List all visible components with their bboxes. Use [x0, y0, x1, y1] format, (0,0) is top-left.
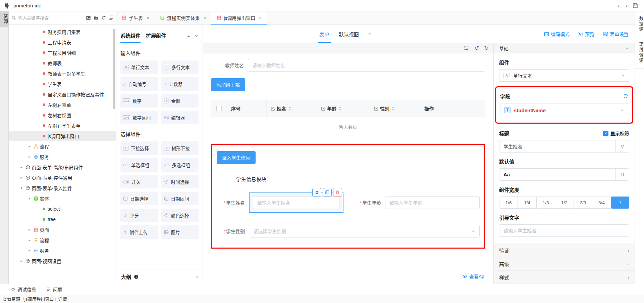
- tree-item[interactable]: ▸流程: [9, 235, 116, 245]
- caret-closed-icon[interactable]: ▸: [19, 176, 24, 179]
- field-select[interactable]: T studentName: [500, 103, 628, 117]
- component-select[interactable]: A 单行文本: [499, 69, 629, 82]
- enroll-student-button[interactable]: 录入学生信息: [217, 151, 256, 164]
- palette-item-数字区间[interactable]: 1~3数字区间: [120, 111, 158, 124]
- width-option-2/3[interactable]: 2/3: [574, 197, 592, 208]
- caret-open-icon[interactable]: ▾: [19, 186, 24, 190]
- teacher-name-input[interactable]: 请输入教师姓名: [248, 59, 485, 72]
- footer-item-问题[interactable]: 问题: [46, 286, 62, 293]
- palette-item-单行文本[interactable]: A单行文本: [120, 60, 158, 74]
- search-input[interactable]: [18, 15, 84, 20]
- palette-item-多行文本[interactable]: A多行文本: [161, 60, 199, 74]
- sort-carets-icon[interactable]: [288, 106, 291, 111]
- tree-item[interactable]: ▸服务: [9, 245, 116, 256]
- palette-item-日期选择[interactable]: 日期选择: [120, 192, 158, 205]
- view-tab-表单[interactable]: 表单: [319, 25, 329, 43]
- palette-item-数字[interactable]: 123数字: [120, 94, 158, 107]
- caret-closed-icon[interactable]: ▸: [19, 165, 24, 169]
- student-age-input[interactable]: 请输入学生年龄: [385, 196, 480, 209]
- caret-closed-icon[interactable]: ▸: [27, 155, 32, 159]
- view-api-link[interactable]: 查看Api: [211, 268, 485, 284]
- close-icon[interactable]: ×: [259, 15, 262, 20]
- tree-item[interactable]: ▸页面-视图设置: [9, 256, 116, 266]
- width-option-1[interactable]: 1: [611, 197, 629, 208]
- chevron-down-icon[interactable]: [195, 34, 199, 38]
- tree-item[interactable]: 自定义窗口操作按钮及事件: [9, 89, 116, 99]
- tree-item[interactable]: ▸页面-表单-高级/布局组件: [9, 162, 116, 172]
- palette-item-计数器[interactable]: ±计数器: [161, 77, 199, 91]
- table-column-性别[interactable]: 性别: [370, 100, 420, 117]
- action-编码模式[interactable]: 编码模式: [544, 31, 570, 37]
- tree-item[interactable]: ▾实体: [9, 193, 116, 204]
- tree-item[interactable]: tree: [9, 214, 116, 224]
- tree-item[interactable]: ▸服务: [9, 152, 116, 162]
- outline-bar[interactable]: 大纲 ›: [116, 269, 203, 284]
- refresh-icon[interactable]: [101, 15, 106, 20]
- action-预览[interactable]: 预览: [578, 31, 594, 37]
- file-tab-js调用弹出窗口[interactable]: js调用弹出窗口×: [211, 11, 267, 24]
- width-option-1/2[interactable]: 1/2: [555, 197, 574, 208]
- file-tab-流程实例实体集[interactable]: 流程实例实体集×: [155, 11, 212, 24]
- selected-field-wrapper[interactable]: 请输入学生姓名: [249, 192, 343, 213]
- tree-item[interactable]: 教师表: [9, 58, 116, 68]
- default-value-button[interactable]: D: [615, 169, 629, 180]
- hamburger-icon[interactable]: ≡: [187, 33, 190, 38]
- default-value-input[interactable]: Aa: [499, 169, 615, 180]
- tree-item[interactable]: 教师表一对多学生: [9, 68, 116, 79]
- settings-icon[interactable]: [312, 188, 321, 197]
- caret-closed-icon[interactable]: ▸: [27, 249, 32, 252]
- refresh-field-icon[interactable]: [623, 94, 628, 99]
- delete-icon[interactable]: [333, 188, 342, 197]
- footer-item-调试信息[interactable]: 调试信息: [11, 286, 36, 293]
- student-name-input[interactable]: 请输入学生姓名: [253, 196, 339, 209]
- caret-closed-icon[interactable]: ▸: [27, 144, 32, 148]
- table-column-年龄[interactable]: 年龄: [317, 100, 370, 117]
- width-option-1/3[interactable]: 1/3: [537, 197, 555, 208]
- palette-item-树形下拉[interactable]: ≡树形下拉: [161, 141, 199, 155]
- inspector-section-样式[interactable]: 样式›: [494, 270, 635, 284]
- right-rail-tab-离线资源[interactable]: 离线资源: [635, 37, 644, 69]
- palette-tab-扩展组件[interactable]: 扩展组件: [146, 32, 166, 43]
- tree-item[interactable]: 财务费用归集表: [9, 27, 116, 37]
- tree-item[interactable]: 工程申请表: [9, 37, 116, 47]
- checkbox-icon[interactable]: [216, 106, 222, 111]
- palette-item-图片[interactable]: 图片: [161, 225, 199, 239]
- locate-file-icon[interactable]: [86, 15, 91, 20]
- tree-item[interactable]: ▸页面: [9, 224, 116, 235]
- table-select-all[interactable]: [211, 100, 227, 117]
- tree-item[interactable]: 左树右表单: [9, 99, 116, 110]
- collapse-all-icon[interactable]: [109, 15, 113, 20]
- sort-carets-icon[interactable]: [392, 106, 394, 111]
- right-rail-tab-数据源[interactable]: 数据源: [635, 11, 644, 37]
- close-icon[interactable]: ×: [204, 15, 206, 20]
- caret-closed-icon[interactable]: ▸: [27, 228, 32, 231]
- title-variable-button[interactable]: V: [615, 140, 629, 152]
- tree-item[interactable]: 左树右视图: [9, 110, 116, 120]
- guide-text-input[interactable]: 请输入学生姓名: [499, 224, 629, 237]
- palette-item-日期区间[interactable]: 日期区间: [161, 192, 199, 205]
- palette-item-时间选择[interactable]: 时间选择: [161, 175, 199, 188]
- caret-open-icon[interactable]: ▾: [27, 197, 32, 200]
- table-column-姓名[interactable]: 姓名: [267, 100, 317, 117]
- inspector-basic-header[interactable]: 基础: [494, 43, 635, 53]
- caret-closed-icon[interactable]: ▸: [19, 259, 24, 263]
- add-class-monitor-button[interactable]: 添加班干部: [211, 78, 245, 91]
- undo-icon[interactable]: ↺: [474, 46, 479, 51]
- sort-carets-icon[interactable]: [339, 106, 341, 111]
- width-option-3/4[interactable]: 3/4: [592, 197, 611, 208]
- tree-scrollbar[interactable]: [113, 29, 115, 109]
- palette-item-多选框组[interactable]: ✓≡多选框组: [161, 158, 199, 172]
- palette-item-编辑器[interactable]: A≡编辑器: [161, 111, 199, 124]
- tree-item[interactable]: 工程项目明细: [9, 47, 116, 58]
- palette-item-单选框组[interactable]: ⊙≡单选框组: [120, 158, 158, 172]
- sort-list-icon[interactable]: [464, 46, 469, 51]
- palette-tab-系统组件[interactable]: 系统组件: [120, 32, 141, 43]
- add-folder-icon[interactable]: [94, 15, 99, 20]
- back-icon[interactable]: ‹: [618, 3, 620, 9]
- palette-item-评分[interactable]: ☆评分: [120, 209, 158, 222]
- width-option-1/6[interactable]: 1/6: [499, 197, 518, 208]
- close-icon[interactable]: ×: [147, 15, 149, 20]
- copy-icon[interactable]: [323, 188, 332, 197]
- save-icon[interactable]: [633, 3, 638, 8]
- tree-item[interactable]: select: [9, 204, 116, 214]
